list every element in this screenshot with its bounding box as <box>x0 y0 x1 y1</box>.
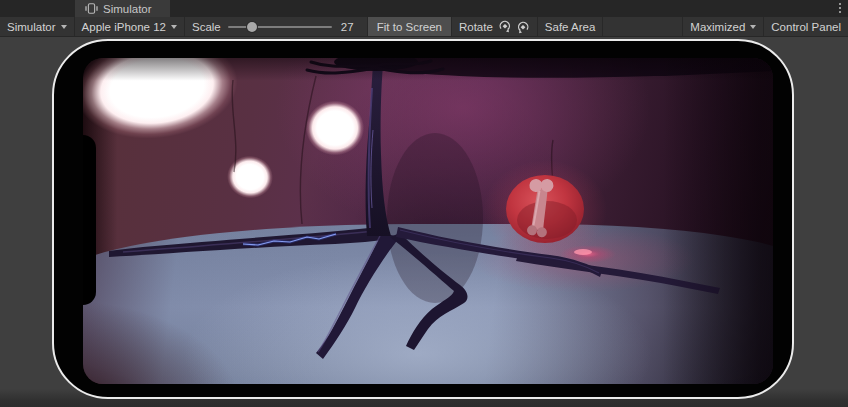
scale-control: Scale <box>185 17 341 36</box>
toolbar-spacer <box>603 17 682 36</box>
scale-slider-thumb[interactable] <box>247 22 257 32</box>
iphone-12-frame <box>52 39 794 399</box>
tab-simulator[interactable]: Simulator <box>75 0 170 17</box>
rotate-label: Rotate <box>459 21 493 33</box>
scene-objects <box>83 58 773 384</box>
simulator-view-dropdown[interactable]: Simulator <box>0 17 74 36</box>
toolbar: Simulator Apple iPhone 12 Scale 27 Fit t… <box>0 17 848 37</box>
control-panel-button[interactable]: Control Panel <box>764 17 848 36</box>
red-egg-with-bone <box>483 160 607 260</box>
scale-slider[interactable] <box>228 17 332 36</box>
iphone-notch <box>83 135 96 305</box>
window-mode-dropdown[interactable]: Maximized <box>683 17 763 36</box>
chevron-down-icon <box>750 25 756 29</box>
simulator-viewport <box>0 37 848 407</box>
device-dropdown[interactable]: Apple iPhone 12 <box>75 17 184 36</box>
device-simulator-icon <box>85 3 98 14</box>
rotate-cw-icon <box>498 19 512 35</box>
scale-slider-track[interactable] <box>228 26 332 28</box>
rotate-control: Rotate <box>452 17 537 36</box>
tree-trunk <box>366 64 391 236</box>
scale-value: 27 <box>341 17 367 36</box>
device-dropdown-label: Apple iPhone 12 <box>82 21 166 33</box>
window-mode-dropdown-label: Maximized <box>690 21 745 33</box>
safe-area-toggle[interactable]: Safe Area <box>538 17 603 36</box>
kebab-menu-icon[interactable] <box>839 3 841 13</box>
fit-to-screen-button[interactable]: Fit to Screen <box>368 17 451 36</box>
rotate-cw-button[interactable] <box>498 19 512 35</box>
tab-title: Simulator <box>103 3 152 15</box>
simulator-window: Simulator Simulator Apple iPhone 12 Scal… <box>0 0 848 407</box>
scale-label: Scale <box>192 21 221 33</box>
chevron-down-icon <box>61 25 67 29</box>
device-screen-game-view[interactable] <box>83 58 773 384</box>
chevron-down-icon <box>171 25 177 29</box>
tab-bar: Simulator <box>0 0 848 17</box>
simulator-view-dropdown-label: Simulator <box>7 21 56 33</box>
rotate-ccw-button[interactable] <box>516 20 530 34</box>
rotate-ccw-icon <box>516 20 530 34</box>
